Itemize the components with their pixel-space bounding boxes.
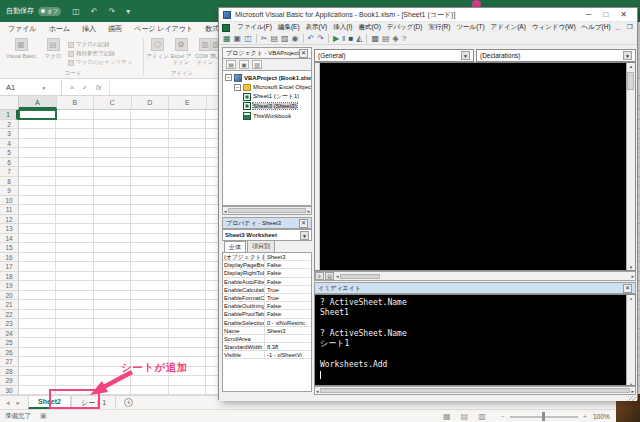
cancel-icon[interactable]: × <box>70 84 74 91</box>
code-vscrollbar[interactable]: ▴ ▾ <box>626 63 635 270</box>
property-row[interactable]: DisplayPageBreaFalse <box>223 261 311 269</box>
maximize-icon[interactable]: □ <box>603 10 608 19</box>
macro-security-button[interactable]: マクロのセキュリティ <box>68 58 132 67</box>
property-row[interactable]: (オブジェクト名)Sheet3 <box>223 253 311 261</box>
row-header-20[interactable]: 20 <box>0 291 18 301</box>
row-header-22[interactable]: 22 <box>0 310 18 320</box>
page-layout-view-icon[interactable]: ▤ <box>461 412 469 421</box>
insert-function-icon[interactable]: fx <box>96 84 101 91</box>
immediate-window-header[interactable]: イミディエイト ✕ <box>314 282 636 294</box>
row-header-3[interactable]: 3 <box>0 129 18 139</box>
vba-menu-run[interactable]: 実行(R) <box>425 23 453 32</box>
tree-item-2[interactable]: Sheet1 (シート1) <box>223 92 311 102</box>
scroll-thumb[interactable] <box>320 388 631 393</box>
toggle-folders-icon[interactable]: ▨ <box>252 60 262 69</box>
row-header-2[interactable]: 2 <box>0 120 18 130</box>
row-header-27[interactable]: 27 <box>0 357 18 367</box>
relative-refs-button[interactable]: 相対参照で記録 <box>68 49 132 58</box>
cut-icon[interactable]: ✂ <box>261 34 268 44</box>
property-row[interactable]: NameSheet3 <box>223 327 311 335</box>
row-header-5[interactable]: 5 <box>0 148 18 158</box>
view-excel-icon[interactable]: ▦ <box>223 34 231 44</box>
row-header-8[interactable]: 8 <box>0 177 18 187</box>
breakpoint-margin[interactable] <box>315 63 320 270</box>
zoom-slider-thumb[interactable] <box>542 412 545 421</box>
break-icon[interactable]: ‖ <box>342 34 345 44</box>
vba-menu-tools[interactable]: ツール(T) <box>453 23 487 32</box>
vba-menu-window[interactable]: ウィンドウ(W) <box>529 23 579 32</box>
row-header-1[interactable]: 1 <box>0 110 18 120</box>
chevron-down-icon[interactable]: ▼ <box>300 231 309 240</box>
property-row[interactable]: EnableAutoFilterFalse <box>223 278 311 286</box>
column-header-b[interactable]: B <box>57 96 95 109</box>
record-macro-button[interactable]: マクロの記録 <box>68 40 132 49</box>
undo-icon[interactable]: ↶ <box>91 7 98 16</box>
row-header-15[interactable]: 15 <box>0 243 18 253</box>
zoom-out-button[interactable]: − <box>501 413 505 420</box>
row-header-12[interactable]: 12 <box>0 215 18 225</box>
vba-menu-help[interactable]: ヘルプ(H) <box>579 23 614 32</box>
visual-basic-button[interactable]: ▦ Visual Basic <box>4 38 38 59</box>
view-object-icon[interactable]: ▣ <box>239 60 249 69</box>
immediate-window[interactable]: ? ActiveSheet.NameSheet1? ActiveSheet.Na… <box>314 294 636 386</box>
row-header-19[interactable]: 19 <box>0 281 18 291</box>
immediate-vscrollbar[interactable]: ▴ ▾ <box>626 295 635 386</box>
close-icon[interactable]: ✕ <box>620 10 627 19</box>
full-module-view-icon[interactable]: ▤ <box>325 272 334 280</box>
vba-menu-format[interactable]: 書式(O) <box>355 23 383 32</box>
row-header-18[interactable]: 18 <box>0 272 18 282</box>
row-header-11[interactable]: 11 <box>0 205 18 215</box>
ribbon-tab-insert[interactable]: 挿入 <box>76 24 102 34</box>
scroll-up-icon[interactable]: ▴ <box>629 295 632 301</box>
row-header-14[interactable]: 14 <box>0 234 18 244</box>
paste-icon[interactable]: ▨ <box>281 34 289 44</box>
zoom-in-button[interactable]: + <box>583 413 587 420</box>
redo-icon[interactable]: ↷ <box>109 7 116 16</box>
save-icon[interactable]: ◫ <box>72 7 80 16</box>
expander-icon[interactable]: − <box>225 74 232 81</box>
page-break-view-icon[interactable]: ▥ <box>478 412 486 421</box>
row-header-29[interactable]: 29 <box>0 376 18 386</box>
properties-window-icon[interactable]: ▤ <box>382 34 390 44</box>
property-row[interactable]: EnablePivotTableFalse <box>223 310 311 318</box>
object-dropdown[interactable]: (General) ▼ <box>314 49 474 62</box>
row-header-6[interactable]: 6 <box>0 158 18 168</box>
customize-toolbar-icon[interactable]: ▾ <box>126 7 130 16</box>
immediate-hscrollbar[interactable]: ◂ ▸ <box>314 386 636 395</box>
scroll-up-icon[interactable]: ▴ <box>630 63 633 69</box>
property-row[interactable]: Visible-1 - xlSheetVi <box>223 351 311 359</box>
excel-addins-button[interactable]: ✿ Excel アドイン <box>169 38 193 65</box>
vba-menu-add-ins[interactable]: アドイン(A) <box>488 23 529 32</box>
properties-window-header[interactable]: プロパティ - Sheet3 ✕ <box>222 217 312 229</box>
close-icon[interactable]: ✕ <box>299 49 308 58</box>
scroll-left-icon[interactable]: ◂ <box>336 273 339 279</box>
help-icon[interactable]: ? <box>402 34 406 44</box>
column-header-d[interactable]: D <box>132 96 170 109</box>
code-editor-area[interactable]: ▴ ▾ <box>314 62 636 271</box>
chevron-down-icon[interactable]: ▼ <box>41 85 46 91</box>
save-icon[interactable]: ◫ <box>244 34 252 44</box>
vba-menu-edit[interactable]: 編集(E) <box>275 23 303 32</box>
minimize-icon[interactable]: ─ <box>586 10 592 19</box>
scroll-right-icon[interactable]: ▸ <box>307 208 310 214</box>
row-header-21[interactable]: 21 <box>0 300 18 310</box>
tab-categorized[interactable]: 項目別 <box>247 240 275 252</box>
expander-icon[interactable]: − <box>234 84 241 91</box>
row-header-28[interactable]: 28 <box>0 367 18 377</box>
ribbon-tab-file[interactable]: ファイル <box>2 24 43 34</box>
tree-item-1[interactable]: −Microsoft Excel Objects <box>223 83 311 93</box>
property-row[interactable]: ScrollArea <box>223 335 311 343</box>
ribbon-tab-page-layout[interactable]: ページ レイアウト <box>128 24 199 34</box>
row-header-4[interactable]: 4 <box>0 139 18 149</box>
vba-menu-view[interactable]: 表示(V) <box>303 23 331 32</box>
property-row[interactable]: StandardWidth8.38 <box>223 343 311 351</box>
copy-icon[interactable]: ▤ <box>270 34 278 44</box>
row-header-10[interactable]: 10 <box>0 196 18 206</box>
ribbon-tab-draw[interactable]: 描画 <box>102 24 128 34</box>
next-sheet-icon[interactable]: ▸ <box>17 399 21 407</box>
property-row[interactable]: EnableOutliningFalse <box>223 302 311 310</box>
property-row[interactable]: EnableSelection0 - xlNoRestric <box>223 319 311 327</box>
property-row[interactable]: DisplayRightToLFalse <box>223 269 311 277</box>
column-header-c[interactable]: C <box>94 96 132 109</box>
zoom-level[interactable]: 100% <box>593 413 610 420</box>
